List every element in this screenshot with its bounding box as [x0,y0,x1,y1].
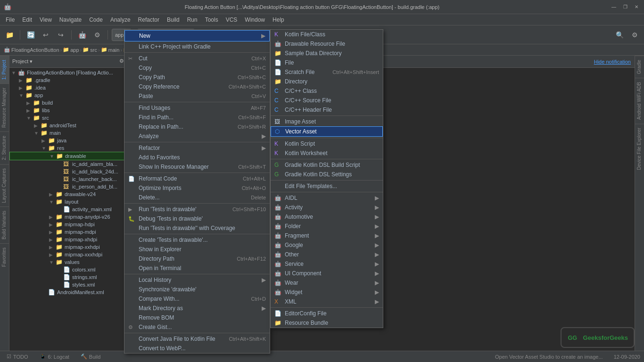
bottom-tab-build[interactable]: 🔨 Build [78,351,103,362]
menu-build[interactable]: Build [163,14,183,25]
sidebar-tab-resource-manager[interactable]: Resource Manager [0,83,9,132]
tree-item-androidtest[interactable]: ▶ 📁 androidTest [9,122,134,129]
context-menu-main[interactable]: New ▶ Link C++ Project with Gradle ✂ Cut… [124,29,270,354]
notif-hide-link[interactable]: Hide notification [594,59,631,65]
tree-item-strings[interactable]: 📄 strings.xml [9,273,134,281]
ctx-analyze[interactable]: Analyze ▶ [124,132,270,141]
sidebar-tab-project[interactable]: 1: Project [0,56,9,83]
ctx-convert-webp[interactable]: Convert to WebP... [124,344,270,353]
tree-item-colors[interactable]: 📄 colors.xml [9,266,134,273]
tree-item-root[interactable]: ▼ 🤖 FloatingActionButton [Floating Actio… [9,69,134,76]
ctx-remove-bom[interactable]: Remove BOM [124,313,270,322]
ctx-find-path[interactable]: Find in Path... Ctrl+Shift+F [124,113,270,122]
tree-item-build[interactable]: ▶ 📁 build [9,99,134,107]
toolbar-redo-btn[interactable]: ↪ [54,28,67,41]
ctx-local-history[interactable]: Local History ▶ [124,275,270,285]
ctx2-directory[interactable]: 📁 Directory [271,77,383,86]
bottom-tab-logcat[interactable]: 📱 6: Logcat [37,351,72,362]
ctx2-edit-templates[interactable]: Edit File Templates... [271,181,383,191]
breadcrumb-item-2[interactable]: 📁 app [63,47,79,53]
menu-refactor[interactable]: Refactor [134,14,163,25]
ctx-convert-kotlin[interactable]: Convert Java File to Kotlin File Ctrl+Al… [124,334,270,344]
ctx2-xml[interactable]: X XML ▶ [271,297,383,306]
tree-item-values[interactable]: ▼ 📁 values [9,258,134,266]
ctx2-aidl[interactable]: 🤖 AIDL ▶ [271,193,383,203]
context-menu-new[interactable]: K Kotlin File/Class 🤖 Drawable Resource … [270,29,383,328]
ctx-refactor[interactable]: Refactor ▶ [124,143,270,153]
right-tab-device-file[interactable]: Device File Explorer [635,123,644,173]
ctx2-fragment[interactable]: 🤖 Fragment ▶ [271,231,383,240]
right-tab-gradle[interactable]: Gradle [635,56,644,78]
ctx-debug-tests[interactable]: 🐛 Debug 'Tests in drawable' [124,214,270,223]
menu-window[interactable]: Window [241,14,269,25]
right-tab-wifi-adb[interactable]: Android WiFi ADB [635,78,644,123]
tree-item-res[interactable]: ▼ 📁 res [9,144,134,152]
menu-help[interactable]: Help [269,14,288,25]
settings-btn[interactable]: ⚙ [628,28,641,41]
tree-item-androidmanifest[interactable]: 📄 AndroidManifest.xml [9,288,134,296]
ctx-find-usages[interactable]: Find Usages Alt+F7 [124,103,270,113]
sidebar-tab-structure[interactable]: 2: Structure [0,132,9,164]
ctx-mark-dir[interactable]: Mark Directory as ▶ [124,304,270,313]
ctx-add-favorites[interactable]: Add to Favorites [124,153,270,162]
menu-vcs[interactable]: VCS [222,14,241,25]
toolbar-avd-btn[interactable]: 🤖 [75,28,89,41]
menu-file[interactable]: File [2,14,18,25]
ctx-new-item[interactable]: New ▶ [124,30,270,41]
tree-item-ic2[interactable]: 🖼 ic_add_black_24d... [9,168,134,175]
tree-item-layout[interactable]: ▼ 📁 layout [9,198,134,206]
sidebar-tab-build-variants[interactable]: Build Variants [0,206,9,243]
tree-item-mipmap-hdpi[interactable]: ▶ 📁 mipmap-hdpi [9,221,134,228]
ctx-run-tests[interactable]: ▶ Run 'Tests in drawable' Ctrl+Shift+F10 [124,205,270,214]
ctx2-google[interactable]: 🤖 Google ▶ [271,240,383,250]
tree-item-src[interactable]: ▼ 📁 src [9,114,134,122]
ctx-create-gist[interactable]: ⚙ Create Gist... [124,322,270,332]
ctx-run-coverage[interactable]: Run 'Tests in drawable'' with Coverage [124,223,270,233]
ctx-open-terminal[interactable]: Open in Terminal [124,263,270,273]
tree-item-libs[interactable]: ▶ 📁 libs [9,107,134,114]
ctx2-vector-asset[interactable]: ⬡ Vector Asset [271,126,383,137]
ctx-synchronize[interactable]: Synchronize 'drawable' [124,285,270,294]
ctx2-gradle-settings[interactable]: G Gradle Kotlin DSL Settings [271,170,383,179]
search-everywhere-btn[interactable]: 🔍 [613,28,626,41]
tree-item-app[interactable]: ▼ 📁 app [9,91,134,99]
project-settings-icon[interactable]: ⚙ [119,58,124,65]
menu-edit[interactable]: Edit [18,14,36,25]
toolbar-project-btn[interactable]: 📁 [3,28,16,41]
ctx2-wear[interactable]: 🤖 Wear ▶ [271,278,383,288]
ctx2-kotlin-worksheet[interactable]: K Kotlin Worksheet [271,148,383,158]
ctx-create-tests[interactable]: Create 'Tests in drawable'... [124,235,270,245]
ctx2-other[interactable]: 🤖 Other ▶ [271,250,383,259]
ctx-show-resource-mgr[interactable]: Show In Resource Manager Ctrl+Shift+T [124,162,270,172]
ctx2-kotlin-script[interactable]: K Kotlin Script [271,139,383,148]
ctx2-folder[interactable]: 🤖 Folder ▶ [271,222,383,231]
ctx2-resource-bundle[interactable]: 📁 Resource Bundle [271,318,383,328]
minimize-button[interactable]: — [610,3,618,11]
ctx-replace-path[interactable]: Replace in Path... Ctrl+Shift+R [124,122,270,132]
tree-item-ic3[interactable]: 🖼 ic_launcher_back... [9,175,134,183]
tree-item-mipmap-anydpi[interactable]: ▶ 📁 mipmap-anydpi-v26 [9,213,134,221]
ctx-copy-ref[interactable]: Copy Reference Ctrl+Alt+Shift+C [124,82,270,91]
ctx-copy[interactable]: Copy Ctrl+C [124,63,270,73]
tree-item-ic4[interactable]: 🖼 ic_person_add_bl... [9,183,134,190]
close-button[interactable]: ✕ [633,3,640,11]
menu-navigate[interactable]: Navigate [56,14,85,25]
ctx2-automotive[interactable]: 🤖 Automotive ▶ [271,212,383,222]
menu-run[interactable]: Run [183,14,201,25]
toolbar-undo-btn[interactable]: ↩ [39,28,52,41]
sidebar-tab-layout-captures[interactable]: Layout Captures [0,164,9,206]
tree-item-activity-main[interactable]: 📄 activity_main.xml [9,206,134,213]
sidebar-tab-favorites[interactable]: Favorites [0,243,9,271]
tree-item-drawable[interactable]: ▼ 📁 drawable [9,152,134,160]
ctx-show-explorer[interactable]: Show in Explorer [124,245,270,254]
ctx-optimize-imports[interactable]: Optimize Imports Ctrl+Alt+O [124,183,270,193]
tree-item-gradle[interactable]: ▶ 📁 .gradle [9,76,134,84]
ctx-dir-path[interactable]: Directory Path Ctrl+Alt+F12 [124,254,270,263]
tree-item-idea[interactable]: ▶ 📁 .idea [9,84,134,91]
ctx-copy-path[interactable]: Copy Path Ctrl+Shift+C [124,73,270,82]
menu-view[interactable]: View [36,14,56,25]
ctx2-activity[interactable]: 🤖 Activity ▶ [271,203,383,212]
toolbar-sdk-btn[interactable]: ⚙ [91,28,104,41]
breadcrumb-item-4[interactable]: 📁 main [101,47,120,53]
tree-item-main[interactable]: ▼ 📁 main [9,129,134,137]
